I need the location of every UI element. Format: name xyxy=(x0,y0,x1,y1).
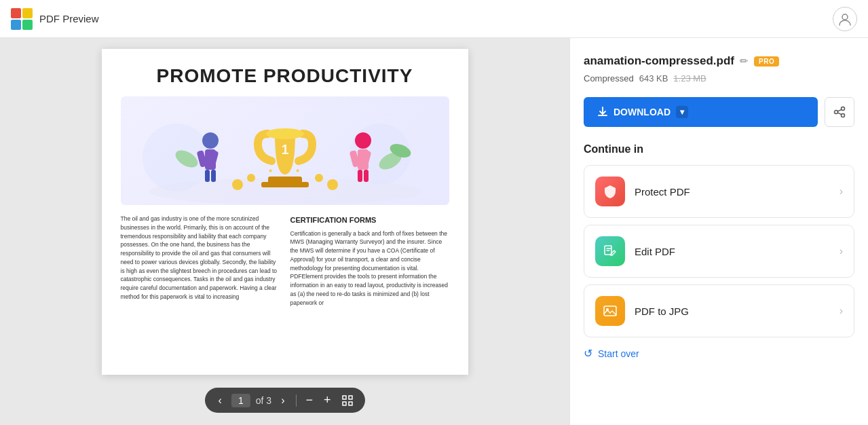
pdf-title: PROMOTE PRODUCTIVITY xyxy=(121,65,449,87)
sidebar: anamation-compressed.pdf ✏ PRO Compresse… xyxy=(569,38,868,425)
svg-point-35 xyxy=(835,111,838,114)
pdf-to-jpg-chevron-icon: › xyxy=(839,305,843,317)
logo-cell-green xyxy=(22,20,33,30)
user-avatar-button[interactable] xyxy=(833,7,857,31)
download-button[interactable]: DOWNLOAD ▾ xyxy=(584,97,818,127)
pdf-to-jpg-card[interactable]: PDF to JPG › xyxy=(584,284,854,337)
fit-icon xyxy=(342,395,353,406)
svg-point-24 xyxy=(327,179,338,190)
next-page-button[interactable]: › xyxy=(277,393,288,408)
svg-point-36 xyxy=(842,114,845,117)
prev-page-button[interactable]: ‹ xyxy=(214,393,225,408)
main-content: PROMOTE PRODUCTIVITY 1 xyxy=(0,38,868,425)
page-total: of 3 xyxy=(256,395,271,406)
svg-rect-31 xyxy=(349,396,352,399)
compressed-label: Compressed xyxy=(584,73,634,84)
svg-text:★: ★ xyxy=(282,170,286,176)
file-size-original: 1.23 MB xyxy=(673,73,706,84)
svg-text:1: 1 xyxy=(281,142,288,157)
trophy-illustration: 1 ★ ★ ★ xyxy=(122,96,448,205)
download-chevron-icon[interactable]: ▾ xyxy=(676,106,688,118)
logo-cell-red xyxy=(11,8,21,18)
svg-rect-16 xyxy=(211,170,216,182)
file-name-row: anamation-compressed.pdf ✏ PRO xyxy=(584,54,854,68)
start-over-row[interactable]: ↺ Start over xyxy=(584,347,854,360)
app-title: PDF Preview xyxy=(39,13,99,24)
svg-rect-15 xyxy=(205,170,210,182)
download-row: DOWNLOAD ▾ xyxy=(584,97,854,127)
fit-page-button[interactable] xyxy=(339,394,356,407)
protect-pdf-chevron-icon: › xyxy=(839,185,843,198)
protect-pdf-card[interactable]: Protect PDF › xyxy=(584,165,854,218)
share-icon xyxy=(833,106,846,118)
svg-point-34 xyxy=(842,107,845,111)
svg-point-25 xyxy=(247,174,255,182)
pdf-page: PROMOTE PRODUCTIVITY 1 xyxy=(102,49,468,375)
protect-pdf-icon xyxy=(595,177,625,206)
svg-rect-21 xyxy=(358,170,362,182)
pdf-section-title: CERTIFICATION FORMS xyxy=(290,215,449,226)
svg-point-6 xyxy=(266,128,304,139)
pagination-bar: ‹ of 3 › − + xyxy=(204,388,364,413)
svg-point-23 xyxy=(232,179,243,190)
edit-pdf-icon xyxy=(595,236,625,266)
file-size: 643 KB xyxy=(639,73,668,84)
share-button[interactable] xyxy=(825,97,854,127)
header-left: PDF Preview xyxy=(11,8,99,30)
pdf-to-jpg-icon xyxy=(595,296,625,326)
pdf-body-right-text: Certification is generally a back and fo… xyxy=(290,229,449,308)
protect-pdf-label: Protect PDF xyxy=(635,186,830,198)
pro-badge: PRO xyxy=(754,56,779,67)
header: PDF Preview xyxy=(0,0,868,38)
shield-icon xyxy=(602,183,618,200)
svg-text:★: ★ xyxy=(295,168,300,174)
start-over-label: Start over xyxy=(598,348,639,359)
edit-pdf-chevron-icon: › xyxy=(839,245,843,257)
svg-rect-22 xyxy=(364,170,369,182)
download-label: DOWNLOAD xyxy=(614,107,671,117)
zoom-in-button[interactable]: + xyxy=(321,392,334,409)
svg-text:★: ★ xyxy=(268,168,273,174)
pdf-to-jpg-label: PDF to JPG xyxy=(635,306,830,317)
pdf-left-column: The oil and gas industry is one of the m… xyxy=(121,215,280,307)
svg-rect-30 xyxy=(343,396,346,399)
svg-rect-38 xyxy=(604,306,616,316)
pdf-body: The oil and gas industry is one of the m… xyxy=(121,215,449,307)
zoom-out-button[interactable]: − xyxy=(303,392,316,409)
download-icon xyxy=(597,107,608,117)
svg-point-0 xyxy=(842,14,848,20)
pdf-illustration: 1 ★ ★ ★ xyxy=(121,96,449,205)
app-logo xyxy=(11,8,33,30)
logo-cell-blue xyxy=(11,20,21,30)
image-icon xyxy=(603,303,618,318)
user-icon xyxy=(837,12,852,26)
file-meta: Compressed 643 KB 1.23 MB xyxy=(584,73,854,84)
pdf-right-column: CERTIFICATION FORMS Certification is gen… xyxy=(290,215,449,307)
logo-cell-yellow xyxy=(22,8,33,18)
edit-icon xyxy=(603,244,618,259)
edit-pdf-card[interactable]: Edit PDF › xyxy=(584,225,854,278)
start-over-icon: ↺ xyxy=(584,347,592,360)
file-name: anamation-compressed.pdf xyxy=(584,54,734,68)
page-number-input[interactable] xyxy=(231,394,250,407)
pagination-divider xyxy=(295,394,296,407)
edit-pdf-label: Edit PDF xyxy=(635,246,830,257)
svg-point-11 xyxy=(202,132,219,149)
continue-in-label: Continue in xyxy=(584,143,854,155)
svg-point-26 xyxy=(315,174,323,182)
svg-rect-33 xyxy=(349,402,352,405)
svg-point-17 xyxy=(355,132,371,149)
pdf-body-left-text: The oil and gas industry is one of the m… xyxy=(121,215,280,301)
edit-filename-icon[interactable]: ✏ xyxy=(740,55,749,67)
pdf-area: PROMOTE PRODUCTIVITY 1 xyxy=(0,38,569,425)
svg-rect-32 xyxy=(343,402,346,405)
svg-rect-5 xyxy=(261,182,309,187)
